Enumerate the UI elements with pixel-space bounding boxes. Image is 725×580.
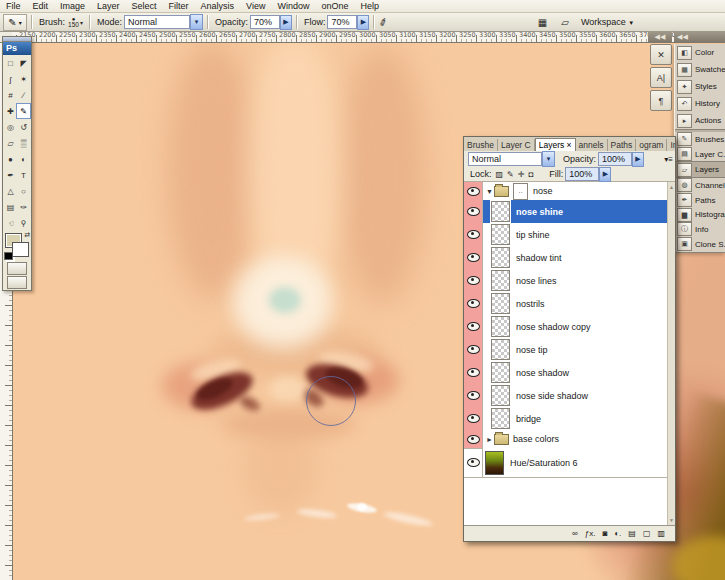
eye-icon[interactable] xyxy=(467,414,480,423)
blend-mode-select[interactable]: Normal xyxy=(468,152,542,166)
visibility-cell[interactable] xyxy=(464,269,483,292)
dock-item-layer-comps[interactable]: ▤Layer C... xyxy=(675,147,725,162)
visibility-cell[interactable] xyxy=(464,200,483,223)
layer-group-row[interactable]: ► base colors xyxy=(464,430,668,449)
visibility-cell[interactable] xyxy=(464,338,483,361)
type-tool[interactable]: T xyxy=(16,167,31,183)
layer-thumbnail[interactable] xyxy=(491,224,510,245)
go-to-bridge-icon[interactable]: ▱ xyxy=(561,17,569,28)
layer-thumbnail[interactable] xyxy=(491,362,510,383)
eye-icon[interactable] xyxy=(467,391,480,400)
eye-icon[interactable] xyxy=(467,230,480,239)
menu-view[interactable]: View xyxy=(240,1,271,11)
mode-select[interactable]: Normal xyxy=(124,15,190,29)
flow-input[interactable]: 70% xyxy=(327,15,357,29)
layer-thumbnail[interactable] xyxy=(491,316,510,337)
layer-name[interactable]: nose shadow xyxy=(516,368,569,378)
chevron-down-icon[interactable]: ▾ xyxy=(80,19,83,26)
dock-item-swatches[interactable]: ▦Swatches xyxy=(675,61,725,78)
adjustment-thumbnail[interactable] xyxy=(485,451,504,475)
layer-opacity-input[interactable]: 100% xyxy=(598,152,632,166)
menu-image[interactable]: Image xyxy=(54,1,91,11)
eye-icon[interactable] xyxy=(467,276,480,285)
layer-thumbnail[interactable] xyxy=(491,201,510,222)
blend-mode-arrow[interactable]: ▾ xyxy=(542,151,555,167)
visibility-cell[interactable] xyxy=(464,448,483,477)
airbrush-toggle-icon[interactable]: ✐ xyxy=(378,15,390,28)
tab-info[interactable]: Info xyxy=(667,139,675,151)
layer-row[interactable]: bridge xyxy=(464,407,668,431)
swap-colors-icon[interactable]: ⇄ xyxy=(24,231,30,239)
paragraph-panel-button[interactable]: ¶ xyxy=(650,90,672,111)
group-name[interactable]: base colors xyxy=(513,434,559,444)
eye-icon[interactable] xyxy=(467,207,480,216)
tool-presets-button[interactable]: ✕ xyxy=(650,44,672,65)
layer-name[interactable]: shadow tint xyxy=(516,253,562,263)
adjustment-layer-row[interactable]: Hue/Saturation 6 xyxy=(464,448,668,478)
tab-brushes[interactable]: Brushe xyxy=(464,139,498,151)
character-panel-button[interactable]: A| xyxy=(650,67,672,88)
tab-channels[interactable]: annels xyxy=(576,139,608,151)
expand-triangle-icon[interactable]: ▼ xyxy=(485,188,494,195)
menu-edit[interactable]: Edit xyxy=(27,1,55,11)
menu-help[interactable]: Help xyxy=(355,1,386,11)
opacity-input[interactable]: 70% xyxy=(250,15,280,29)
layer-name[interactable]: nose tip xyxy=(516,345,548,355)
brush-preset-picker[interactable]: ● 150 xyxy=(68,16,79,28)
menu-analysis[interactable]: Analysis xyxy=(195,1,241,11)
layer-row[interactable]: shadow tint xyxy=(464,246,668,270)
new-layer-icon[interactable]: ▢ xyxy=(643,529,651,538)
tab-paths[interactable]: Paths xyxy=(608,139,637,151)
visibility-cell[interactable] xyxy=(464,315,483,338)
dock-item-paths[interactable]: ✒Paths xyxy=(675,193,725,208)
new-group-icon[interactable]: ▤ xyxy=(628,529,636,538)
link-layers-icon[interactable]: ∞ xyxy=(572,529,578,538)
layer-name[interactable]: bridge xyxy=(516,414,541,424)
workspace-button[interactable]: Workspace ▼ xyxy=(581,17,634,27)
dock-item-channels[interactable]: ◍Channels xyxy=(675,178,725,193)
layer-thumbnail[interactable] xyxy=(491,408,510,429)
dock-item-actions[interactable]: ▸Actions xyxy=(675,112,725,129)
group-thumbnail[interactable]: ‥ xyxy=(513,183,528,200)
add-mask-icon[interactable]: ◙ xyxy=(602,529,607,538)
layer-name[interactable]: nose lines xyxy=(516,276,557,286)
eye-icon[interactable] xyxy=(467,187,480,196)
layer-row[interactable]: nose tip xyxy=(464,338,668,362)
layer-row[interactable]: nostrils xyxy=(464,292,668,316)
eyedropper-tool[interactable]: ✑ xyxy=(16,199,31,215)
lock-position-icon[interactable]: ✛ xyxy=(518,170,525,179)
visibility-cell[interactable] xyxy=(464,407,483,430)
eye-icon[interactable] xyxy=(467,253,480,262)
layer-opacity-spinner[interactable]: ▶ xyxy=(632,152,644,167)
magic-wand-tool[interactable]: ✶ xyxy=(16,71,31,87)
eye-icon[interactable] xyxy=(467,299,480,308)
zoom-tool[interactable]: ⚲ xyxy=(16,215,31,231)
visibility-cell[interactable] xyxy=(464,246,483,269)
dock-item-layers[interactable]: ▱Layers xyxy=(675,161,725,178)
layer-thumbnail[interactable] xyxy=(491,270,510,291)
layer-name[interactable]: nose shine xyxy=(516,207,563,217)
layer-row[interactable]: tip shine xyxy=(464,223,668,247)
layer-name[interactable]: tip shine xyxy=(516,230,550,240)
layer-thumbnail[interactable] xyxy=(491,339,510,360)
fill-input[interactable]: 100% xyxy=(565,167,599,181)
layer-thumbnail[interactable] xyxy=(491,385,510,406)
dock-item-histogram[interactable]: ▆Histogram xyxy=(675,207,725,222)
background-color-swatch[interactable] xyxy=(12,242,29,257)
lock-image-icon[interactable]: ✎ xyxy=(507,170,514,179)
slice-tool[interactable]: ∕ xyxy=(16,87,31,103)
layer-thumbnail[interactable] xyxy=(491,293,510,314)
visibility-cell[interactable] xyxy=(464,384,483,407)
visibility-cell[interactable] xyxy=(464,292,483,315)
move-tool[interactable]: ◤ xyxy=(16,55,31,71)
dock-collapse-bar-left[interactable]: ◀◀ xyxy=(648,31,672,43)
layer-name[interactable]: nose shadow copy xyxy=(516,322,591,332)
layer-thumbnail[interactable] xyxy=(491,247,510,268)
dock-collapse-bar-right[interactable]: ◀◀ xyxy=(674,31,725,43)
palette-well-icon[interactable]: ▦ xyxy=(538,17,547,28)
dodge-tool[interactable]: ◐ xyxy=(16,151,31,167)
brush-tool[interactable]: ✎ xyxy=(16,103,31,119)
layer-group-row[interactable]: ▼ ‥ nose xyxy=(464,182,668,201)
lock-transparency-icon[interactable]: ▨ xyxy=(496,170,504,179)
opacity-spinner[interactable]: ▶ xyxy=(280,15,292,30)
